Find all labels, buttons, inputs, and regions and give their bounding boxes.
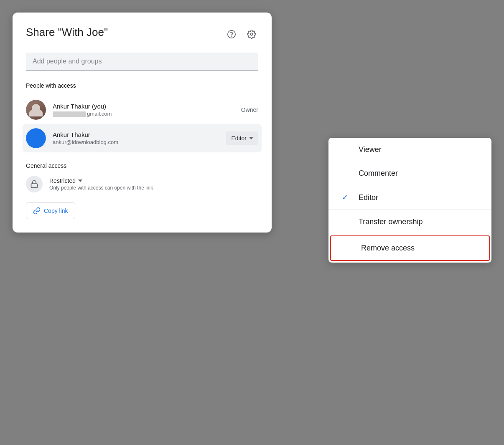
- person-name-2: Ankur Thakur: [53, 131, 226, 138]
- email-redacted: [53, 111, 86, 117]
- svg-point-0: [228, 30, 235, 38]
- editor-checkmark-icon: ✓: [342, 193, 352, 202]
- people-section-title: People with access: [26, 82, 258, 89]
- svg-point-2: [250, 33, 253, 35]
- person-role-1: Owner: [241, 106, 258, 113]
- access-desc: Only people with access can open with th…: [49, 185, 258, 191]
- access-info: Restricted Only people with access can o…: [49, 177, 258, 191]
- search-input[interactable]: [26, 53, 258, 71]
- access-type: Restricted: [49, 177, 258, 184]
- general-access-title: General access: [26, 162, 258, 169]
- people-section: People with access Ankur Thakur (you) gm…: [26, 82, 258, 152]
- dialog-title: Share "With Joe": [26, 26, 108, 39]
- lock-icon: [30, 180, 38, 188]
- dropdown-item-editor[interactable]: ✓ Editor: [328, 185, 491, 210]
- avatar-1: [26, 100, 46, 120]
- avatar-image-2: [26, 128, 46, 148]
- avatar-2: [26, 128, 46, 148]
- avatar-image-1: [26, 100, 46, 120]
- share-dialog: Share "With Joe" People with access: [13, 13, 272, 233]
- person-info-1: Ankur Thakur (you) gmail.com: [53, 103, 241, 117]
- chevron-down-icon: [249, 137, 253, 139]
- dropdown-item-commenter[interactable]: Commenter: [328, 162, 491, 185]
- person-info-2: Ankur Thakur ankur@idownloadblog.com: [53, 131, 226, 145]
- person-row-1: Ankur Thakur (you) gmail.com Owner: [26, 96, 258, 124]
- copy-link-label: Copy link: [44, 207, 68, 214]
- settings-button[interactable]: [245, 28, 258, 41]
- person-email-2: ankur@idownloadblog.com: [53, 139, 226, 145]
- person-email-1: gmail.com: [53, 111, 241, 117]
- transfer-ownership-label: Transfer ownership: [359, 217, 423, 226]
- copy-link-button[interactable]: Copy link: [26, 202, 75, 219]
- viewer-label: Viewer: [359, 145, 382, 154]
- person-row-2: Ankur Thakur ankur@idownloadblog.com Edi…: [23, 124, 262, 152]
- dropdown-item-remove[interactable]: Remove access: [330, 235, 490, 261]
- header-icons: [225, 28, 258, 41]
- commenter-label: Commenter: [359, 169, 398, 178]
- dialog-header: Share "With Joe": [26, 26, 258, 41]
- lock-icon-circle: [26, 176, 43, 192]
- editor-label: Editor: [231, 135, 247, 142]
- link-icon: [33, 207, 41, 215]
- svg-rect-3: [31, 184, 38, 187]
- editor-option-label: Editor: [359, 193, 378, 202]
- email-suffix-1: gmail.com: [87, 111, 112, 117]
- dropdown-item-viewer[interactable]: Viewer: [328, 138, 491, 162]
- remove-access-label: Remove access: [361, 244, 415, 253]
- help-icon: [227, 30, 236, 39]
- editor-dropdown-button[interactable]: Editor: [226, 131, 258, 145]
- svg-point-1: [232, 36, 232, 36]
- search-section: [26, 53, 258, 71]
- dropdown-item-transfer[interactable]: Transfer ownership: [328, 210, 491, 234]
- person-name-1: Ankur Thakur (you): [53, 103, 241, 110]
- access-type-label: Restricted: [49, 177, 76, 184]
- gear-icon: [247, 30, 256, 39]
- access-row: Restricted Only people with access can o…: [26, 176, 258, 192]
- access-chevron-icon: [78, 180, 82, 182]
- general-access-section: General access Restricted Only people wi…: [26, 162, 258, 192]
- help-button[interactable]: [225, 28, 238, 41]
- dropdown-menu: Viewer Commenter ✓ Editor Transfer owner…: [328, 138, 491, 263]
